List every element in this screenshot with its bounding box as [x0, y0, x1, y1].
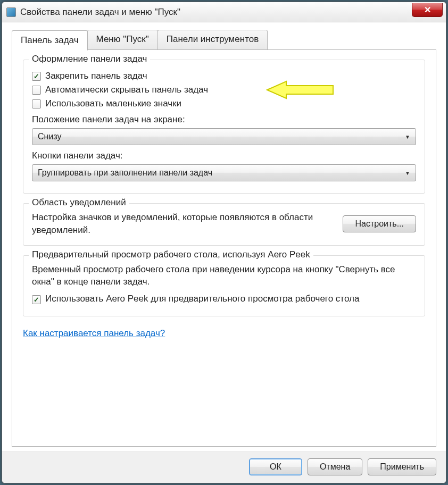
properties-dialog: Свойства панели задач и меню "Пуск" ✕ Па…	[2, 2, 446, 483]
group-aeropeek-title: Предварительный просмотр рабочего стола,…	[29, 249, 313, 260]
svg-marker-0	[267, 81, 333, 98]
notifications-text: Настройка значков и уведомлений, которые…	[32, 211, 332, 237]
ok-button[interactable]: ОК	[249, 458, 302, 475]
dropdown-taskbar-position[interactable]: Снизу	[32, 128, 416, 145]
aeropeek-description: Временный просмотр рабочего стола при на…	[32, 263, 416, 289]
window-title: Свойства панели задач и меню "Пуск"	[20, 7, 180, 18]
label-aeropeek[interactable]: Использовать Aero Peek для предварительн…	[45, 294, 359, 304]
dropdown-taskbar-buttons[interactable]: Группировать при заполнении панели задач	[32, 164, 416, 181]
tab-toolbars[interactable]: Панели инструментов	[157, 30, 268, 50]
titlebar[interactable]: Свойства панели задач и меню "Пуск" ✕	[2, 2, 446, 22]
label-taskbar-position: Положение панели задач на экране:	[32, 114, 416, 125]
notifications-row: Настройка значков и уведомлений, которые…	[32, 211, 416, 237]
checkbox-small-icons[interactable]	[32, 99, 41, 108]
row-aeropeek: Использовать Aero Peek для предварительн…	[32, 294, 416, 304]
customize-button[interactable]: Настроить...	[343, 215, 416, 232]
row-autohide-taskbar: Автоматически скрывать панель задач	[32, 85, 416, 95]
tab-startmenu[interactable]: Меню "Пуск"	[87, 30, 158, 50]
tab-panel-taskbar: Оформление панели задач Закрепить панель…	[12, 49, 436, 447]
window-icon	[6, 7, 16, 17]
dialog-footer: ОК Отмена Применить	[2, 451, 446, 483]
group-notifications: Область уведомлений Настройка значков и …	[23, 203, 425, 246]
close-button[interactable]: ✕	[412, 3, 443, 17]
group-notifications-title: Область уведомлений	[29, 197, 129, 208]
tab-strip: Панель задач Меню "Пуск" Панели инструме…	[12, 30, 436, 50]
apply-button[interactable]: Применить	[368, 458, 436, 475]
group-appearance: Оформление панели задач Закрепить панель…	[23, 60, 425, 194]
row-small-icons: Использовать маленькие значки	[32, 98, 416, 109]
help-link[interactable]: Как настраивается панель задач?	[23, 328, 425, 339]
label-autohide-taskbar[interactable]: Автоматически скрывать панель задач	[45, 85, 208, 95]
close-icon: ✕	[424, 5, 431, 15]
row-lock-taskbar: Закрепить панель задач	[32, 71, 416, 81]
annotation-arrow	[266, 79, 335, 101]
label-taskbar-buttons: Кнопки панели задач:	[32, 150, 416, 161]
checkbox-aeropeek[interactable]	[32, 295, 41, 304]
dialog-content: Панель задач Меню "Пуск" Панели инструме…	[2, 22, 446, 451]
label-small-icons[interactable]: Использовать маленькие значки	[45, 98, 181, 109]
group-aeropeek: Предварительный просмотр рабочего стола,…	[23, 255, 425, 317]
dropdown-taskbar-buttons-value: Группировать при заполнении панели задач	[38, 168, 212, 178]
dropdown-taskbar-position-value: Снизу	[38, 132, 61, 141]
label-lock-taskbar[interactable]: Закрепить панель задач	[45, 71, 147, 81]
checkbox-autohide-taskbar[interactable]	[32, 86, 41, 95]
tab-taskbar[interactable]: Панель задач	[12, 30, 88, 51]
cancel-button[interactable]: Отмена	[308, 458, 362, 475]
arrow-icon	[266, 79, 335, 101]
group-appearance-title: Оформление панели задач	[29, 54, 150, 64]
checkbox-lock-taskbar[interactable]	[32, 72, 41, 81]
